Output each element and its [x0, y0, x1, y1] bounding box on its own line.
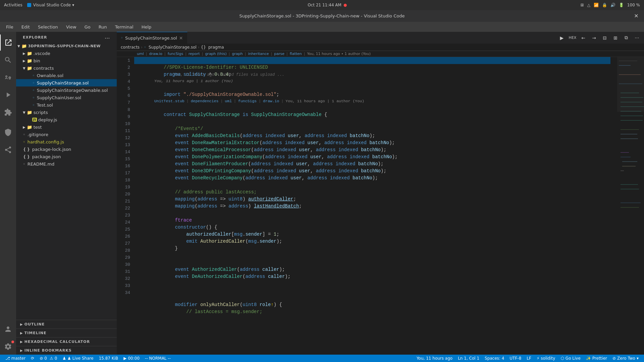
code-line-26[interactable]	[134, 245, 610, 252]
menu-selection[interactable]: Selection	[35, 23, 61, 31]
status-git-author[interactable]: You, 11 hours ago	[414, 355, 455, 362]
up-arrow[interactable]: △	[587, 3, 590, 7]
outline-header[interactable]: ▶ OUTLINE	[16, 320, 117, 328]
lens-deps[interactable]: dependencies	[191, 98, 219, 104]
breadcrumb-file[interactable]: SupplyChainStorage.sol	[149, 45, 197, 50]
code-line-22[interactable]: constructor() {	[134, 217, 610, 224]
hex-btn[interactable]: HEX	[568, 34, 578, 42]
lens-report[interactable]: report	[189, 51, 200, 57]
status-encoding[interactable]: UTF-8	[507, 355, 524, 362]
tree-item-gitignore[interactable]: ◦ .gitignore	[16, 131, 117, 138]
menu-go[interactable]: Go	[81, 23, 94, 31]
split-down-btn[interactable]: ⊟	[600, 34, 610, 42]
tree-root-folder[interactable]: ▼ 📁 3DPRINTING-SUPPLY-CHAIN-NEW	[16, 42, 117, 50]
status-language[interactable]: ⚡ solidity	[534, 355, 558, 362]
tree-item-package-lock[interactable]: ❴❵ package-lock.json	[16, 145, 117, 153]
lens-drawio2[interactable]: draw.io	[263, 98, 279, 104]
activity-explorer[interactable]	[0, 35, 16, 51]
lens-graph[interactable]: graph	[232, 51, 243, 57]
code-line-1[interactable]: //SPDX-License-Identifier: UNLICENSED Yo…	[134, 57, 610, 64]
activity-extensions[interactable]	[0, 104, 16, 120]
activity-search[interactable]	[0, 52, 16, 68]
breadcrumb-pragma[interactable]: pragma	[208, 45, 224, 50]
volume-icon[interactable]: 🔊	[610, 3, 615, 7]
status-live-share[interactable]: ♟ ♟ Live Share	[60, 355, 96, 362]
tree-item-test-sol[interactable]: ◦ Test.sol	[16, 101, 117, 109]
tree-item-vscode[interactable]: ▶ 📁 .vscode	[16, 50, 117, 57]
activity-settings[interactable]	[0, 339, 16, 355]
lens-unittest[interactable]: UnitTest.stub	[154, 98, 184, 104]
tree-item-bin[interactable]: ▶ 📁 bin	[16, 57, 117, 64]
menu-view[interactable]: View	[63, 23, 80, 31]
code-line-33[interactable]: modifier onlyAuthCaller(uint8 role↑) {	[134, 294, 610, 301]
code-line-27[interactable]	[134, 252, 610, 259]
battery-icon[interactable]: 🔋	[619, 3, 624, 7]
status-spaces[interactable]: Spaces: 4	[482, 355, 507, 362]
bookmarks-header[interactable]: ▶ INLINE BOOKMARKS	[16, 346, 117, 355]
lens-parse[interactable]: parse	[274, 51, 284, 57]
tree-item-test[interactable]: ▶ 📁 test	[16, 123, 117, 131]
breadcrumb-contracts[interactable]: contracts	[121, 45, 140, 50]
code-content[interactable]: //SPDX-License-Identifier: UNLICENSED Yo…	[134, 57, 617, 355]
status-vim-mode[interactable]: -- NORMAL --	[142, 355, 173, 362]
hex-header[interactable]: ▶ HEXADECIMAL CALCULATOR	[16, 338, 117, 346]
tree-item-hardhat[interactable]: ◦ hardhat.config.js	[16, 138, 117, 145]
tree-item-scu[interactable]: ◦ SupplyChainUser.sol	[16, 94, 117, 101]
lens-flatten[interactable]: flatten	[290, 51, 302, 57]
activity-run-debug[interactable]	[0, 87, 16, 103]
tree-item-deploy[interactable]: JS deploy.js	[16, 116, 117, 123]
status-filesize[interactable]: 15.87 KiB	[96, 355, 121, 362]
layout-icon[interactable]: ⊞	[581, 3, 584, 7]
status-errors[interactable]: ⊘ 0 ⚠ 0	[37, 355, 60, 362]
code-line-6[interactable]: contract SupplyChainStorage is SupplyCha…	[134, 104, 610, 111]
code-line-28[interactable]: event AuthorizedCaller(address caller);	[134, 259, 610, 266]
more-btn[interactable]: ···	[632, 34, 642, 42]
tab-supply-chain-storage[interactable]: ◦ SupplyChainStorage.sol ×	[117, 32, 187, 44]
lens-graph-this[interactable]: graph (this)	[205, 51, 226, 57]
activity-source-control[interactable]	[0, 69, 16, 85]
code-editor[interactable]: 12345 678910 1112131415 1617181920 21222…	[117, 57, 644, 355]
status-prettier[interactable]: ✨ Prettier	[583, 355, 610, 362]
status-theme[interactable]: ⊘ Zero Two ▾	[610, 355, 641, 362]
lens-funcsigs2[interactable]: funcSigs	[238, 98, 257, 104]
back-btn[interactable]: ←	[578, 34, 588, 42]
code-line-8[interactable]: /*Events*/	[134, 118, 610, 125]
menu-terminal[interactable]: Terminal	[112, 23, 137, 31]
tree-item-ownable[interactable]: ◦ Ownable.sol	[16, 72, 117, 79]
wifi-icon[interactable]: 🔒	[602, 3, 607, 7]
code-line-31[interactable]	[134, 280, 610, 287]
tree-item-supply-chain-storage[interactable]: ◦ SupplyChainStorage.sol	[16, 79, 117, 86]
lens-funcsigs[interactable]: funcSigs	[168, 51, 183, 57]
lens-uml2[interactable]: uml	[225, 98, 232, 104]
tree-item-scripts[interactable]: ▼ 📁 scripts	[16, 109, 117, 116]
code-line-4[interactable]: import "./SupplyChainStorageOwnable.sol"…	[134, 84, 610, 91]
timeline-header[interactable]: ▶ TIMELINE	[16, 329, 117, 337]
code-line-17[interactable]: // address public lastAccess;	[134, 182, 610, 189]
menu-file[interactable]: File	[3, 23, 17, 31]
lens-inheritance[interactable]: inheritance	[248, 51, 269, 57]
tree-item-scso[interactable]: ◦ SupplyChainStorageOwnable.sol	[16, 86, 117, 94]
network-icon[interactable]: 📶	[594, 3, 599, 7]
tab-close-button[interactable]: ×	[179, 35, 183, 41]
status-branch[interactable]: ⎇ master	[3, 355, 28, 362]
menu-edit[interactable]: Edit	[18, 23, 33, 31]
close-window-button[interactable]: ✕	[629, 10, 644, 22]
run-button[interactable]: ▶	[557, 34, 567, 42]
forward-btn[interactable]: →	[589, 34, 599, 42]
activity-accounts[interactable]	[0, 321, 16, 337]
activity-remote[interactable]	[0, 124, 16, 140]
menu-run[interactable]: Run	[95, 23, 110, 31]
code-line-32[interactable]	[134, 287, 610, 294]
code-line-21[interactable]: ftrace	[134, 210, 610, 217]
layout-btn[interactable]: ⧉	[621, 34, 631, 42]
tree-item-readme[interactable]: ◦ README.md	[16, 160, 117, 168]
status-cursor[interactable]: Ln 1, Col 1	[455, 355, 482, 362]
code-line-9[interactable]: event AddedBasicDetails(address indexed …	[134, 125, 610, 132]
sidebar-more-button[interactable]: ...	[105, 35, 110, 40]
status-sync[interactable]: ⟳	[28, 355, 37, 362]
tree-item-contracts[interactable]: ▼ 📁 contracts	[16, 64, 117, 72]
status-go-live[interactable]: ⬡ Go Live	[558, 355, 583, 362]
status-eol[interactable]: LF	[524, 355, 534, 362]
activity-live-share[interactable]	[0, 142, 16, 158]
menu-help[interactable]: Help	[138, 23, 155, 31]
